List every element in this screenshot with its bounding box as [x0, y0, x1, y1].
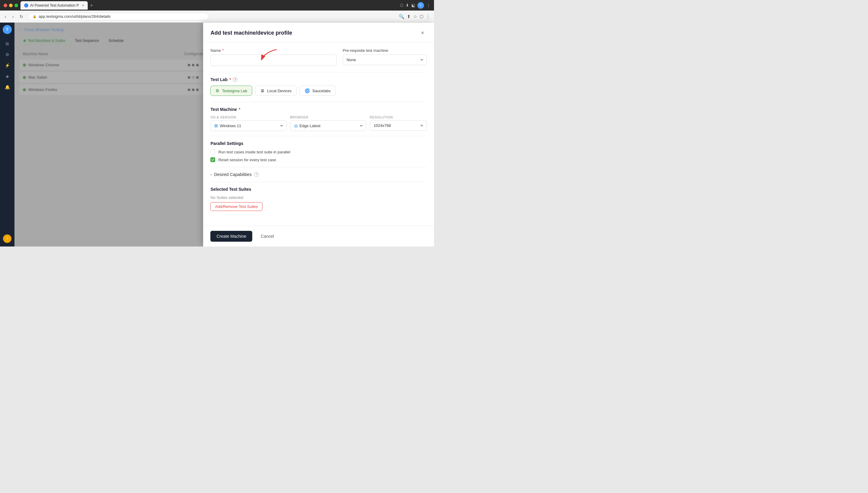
search-icon[interactable]: 🔍	[399, 14, 405, 19]
checkmark-icon	[211, 158, 214, 161]
os-select-wrapper: ⊞ Windows 11 ▼	[210, 120, 286, 131]
prereq-group: Pre-requisite test machine None ▼	[343, 48, 427, 66]
address-text: app.testsigma.com/ui/td/plans/264/detail…	[39, 14, 110, 19]
windows-icon: ⊞	[214, 123, 218, 128]
testmachine-required: *	[239, 107, 240, 112]
window-icon[interactable]: ⬕	[411, 3, 415, 7]
divider	[210, 182, 427, 182]
share-icon[interactable]: ⬆	[407, 14, 411, 19]
forward-button[interactable]: ›	[11, 13, 15, 20]
browser-field: Browser ◎ Edge Latest ▼	[290, 115, 366, 131]
machine-fields: OS & Version ⊞ Windows 11 ▼	[210, 115, 427, 131]
address-input[interactable]: 🔒 app.testsigma.com/ui/td/plans/264/deta…	[28, 13, 209, 20]
modal-footer: Create Machine Cancel	[203, 226, 434, 246]
gear-lab-icon: ⚙	[216, 88, 219, 93]
maximize-traffic-light[interactable]	[15, 4, 18, 7]
no-suites-text: No Suites selected.	[210, 195, 427, 200]
modal-title: Add test machine/device profile	[210, 30, 292, 36]
download-icon[interactable]: ⬇	[406, 3, 409, 7]
edge-icon: ◎	[294, 123, 298, 128]
close-traffic-light[interactable]	[4, 4, 7, 7]
saucelabs-icon: 🌀	[305, 88, 310, 93]
selected-suites-title: Selected Test Suites	[210, 187, 427, 192]
suites-section: Selected Test Suites No Suites selected.…	[210, 187, 427, 211]
parallel-checkbox[interactable]	[210, 149, 215, 154]
active-tab[interactable]: AI Powered Test Automation P ×	[21, 1, 88, 9]
name-group: Name *	[210, 48, 337, 66]
parallel-label: Run test cases inside test suite in para…	[218, 150, 290, 154]
browser-chrome: AI Powered Test Automation P × + ⬡ ⬇ ⬕ T…	[0, 0, 434, 10]
resolution-field: Resolution 1024x768 ▼	[370, 115, 427, 131]
new-tab-button[interactable]: +	[89, 3, 94, 8]
sidebar-item-diamond[interactable]: ◈	[2, 71, 12, 81]
sidebar-item-settings[interactable]: ⚙	[2, 50, 12, 59]
prereq-label: Pre-requisite test machine	[343, 48, 427, 53]
lock-icon: 🔒	[32, 15, 37, 18]
required-star: *	[222, 48, 224, 53]
menu-icon[interactable]: ⋮	[427, 3, 430, 7]
desired-capabilities-label: Desired Capabilities	[214, 172, 252, 177]
name-input[interactable]	[210, 55, 337, 66]
resolution-chevron-down-icon: ▼	[420, 124, 423, 127]
testlab-required: *	[230, 77, 231, 82]
reload-button[interactable]: ↻	[18, 13, 24, 20]
modal-header: Add test machine/device profile ×	[203, 23, 434, 42]
browser-label: Browser	[290, 115, 366, 119]
traffic-lights	[4, 4, 18, 7]
sidebar-item-bell[interactable]: 🔔	[2, 82, 12, 92]
modal-overlay: Add test machine/device profile × Name *	[15, 23, 434, 246]
desired-capabilities-row[interactable]: › Desired Capabilities ?	[210, 172, 427, 177]
sidebar-item-dashboard[interactable]: ⊞	[2, 39, 12, 48]
add-remove-suites-button[interactable]: Add/Remove Test Suites	[210, 202, 262, 211]
puzzle-icon[interactable]: ⬡	[419, 14, 424, 19]
modal-body: Name *	[203, 42, 434, 226]
extensions-icon[interactable]: ⬡	[400, 3, 403, 7]
minimize-traffic-light[interactable]	[9, 4, 13, 7]
browser-dropdown[interactable]: ◎ Edge Latest ▼	[290, 120, 366, 131]
os-version-dropdown[interactable]: ⊞ Windows 11 ▼	[210, 120, 286, 131]
sidebar-item-lightning[interactable]: ⚡	[2, 61, 12, 70]
menu-dots-icon[interactable]: ⋮	[426, 14, 430, 19]
prereq-select-wrapper: None ▼	[343, 55, 427, 65]
tab-close-icon[interactable]: ×	[82, 3, 84, 7]
browser-select-wrapper: ◎ Edge Latest ▼	[290, 120, 366, 131]
star-icon[interactable]: ☆	[413, 14, 417, 19]
divider	[210, 72, 427, 72]
divider	[210, 102, 427, 102]
os-value: Windows 11	[220, 124, 241, 128]
resolution-select-wrapper: 1024x768 ▼	[370, 120, 427, 131]
content-area: ← Cross Browser Testing Test Machines & …	[15, 23, 434, 246]
chevron-down-icon: ▼	[420, 58, 423, 62]
saucelabs-button[interactable]: 🌀 Saucelabs	[300, 86, 336, 96]
browser-toolbar: ⬡ ⬇ ⬕ T ⋮	[400, 2, 430, 9]
capabilities-help-icon[interactable]: ?	[254, 172, 259, 177]
resolution-dropdown[interactable]: 1024x768 ▼	[370, 120, 427, 131]
back-button[interactable]: ‹	[4, 13, 7, 20]
tab-label: AI Powered Test Automation P	[30, 3, 79, 7]
sidebar: T ⊞ ⚙ ⚡ ◈ 🔔 ?	[0, 23, 15, 246]
checkbox-row-2: Reset session for every test case	[210, 157, 427, 162]
profile-avatar[interactable]: T	[417, 2, 424, 9]
local-devices-button[interactable]: 🖥 Local Devices	[255, 86, 297, 96]
prereq-value: None	[347, 58, 356, 62]
testlab-help-icon[interactable]: ?	[233, 77, 238, 82]
create-machine-button[interactable]: Create Machine	[210, 231, 252, 242]
testmachine-section-title: Test Machine *	[210, 107, 427, 112]
address-bar: ‹ › ↻ 🔒 app.testsigma.com/ui/td/plans/26…	[0, 10, 434, 23]
parallel-section: Run test cases inside test suite in para…	[210, 149, 427, 162]
sidebar-help-button[interactable]: ?	[3, 234, 12, 243]
prereq-dropdown[interactable]: None ▼	[343, 55, 427, 65]
divider	[210, 167, 427, 167]
os-version-label: OS & Version	[210, 115, 286, 119]
name-prereq-row: Name *	[210, 48, 427, 66]
reset-session-checkbox[interactable]	[210, 157, 215, 162]
lab-options: ⚙ Testsigma Lab 🖥 Local Devices 🌀 Saucel…	[210, 86, 427, 96]
testsigma-lab-button[interactable]: ⚙ Testsigma Lab	[210, 86, 252, 96]
resolution-label: Resolution	[370, 115, 427, 119]
sidebar-avatar[interactable]: T	[3, 25, 12, 34]
cancel-button[interactable]: Cancel	[256, 231, 279, 242]
os-version-field: OS & Version ⊞ Windows 11 ▼	[210, 115, 286, 131]
modal-close-button[interactable]: ×	[418, 29, 427, 37]
browser-right-toolbar: 🔍 ⬆ ☆ ⬡ ⋮	[399, 14, 430, 19]
divider	[210, 136, 427, 136]
